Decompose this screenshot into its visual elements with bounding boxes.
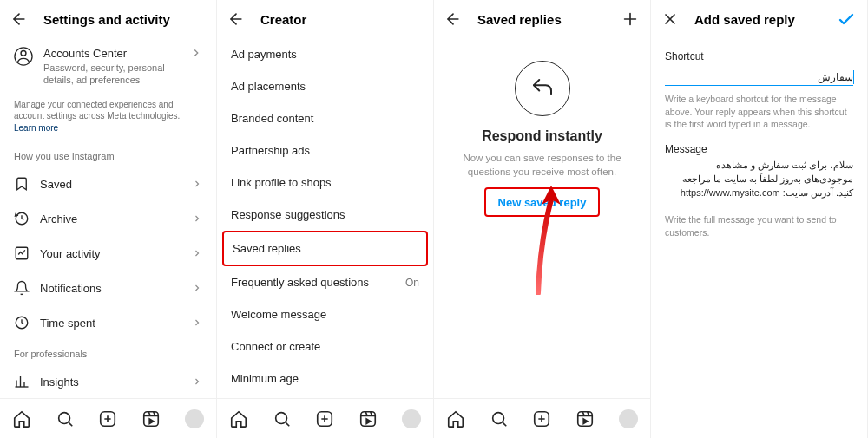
- shortcut-label: Shortcut: [651, 38, 867, 62]
- panel-creator: Creator Ad payments Ad placements Brande…: [217, 0, 434, 438]
- reels-icon[interactable]: [575, 409, 595, 428]
- row-saved[interactable]: Saved: [0, 167, 216, 201]
- row-branded-content[interactable]: Branded content: [217, 102, 433, 134]
- section-professionals: For professionals: [0, 340, 216, 364]
- archive-icon: [14, 211, 30, 226]
- row-ad-payments[interactable]: Ad payments: [217, 38, 433, 70]
- new-saved-reply-link[interactable]: New saved reply: [498, 196, 587, 209]
- reply-circle-icon: [515, 61, 570, 116]
- chevron-right-icon: [192, 179, 202, 189]
- chevron-right-icon: [192, 248, 202, 258]
- activity-icon: [14, 245, 30, 261]
- svg-point-13: [492, 412, 503, 423]
- message-label: Message: [651, 140, 867, 155]
- close-icon[interactable]: [661, 10, 679, 28]
- section-how-you-use: How you use Instagram: [0, 142, 216, 167]
- header-title: Settings and activity: [43, 12, 170, 27]
- back-icon[interactable]: [227, 10, 245, 28]
- header: Creator: [217, 0, 433, 38]
- row-insights[interactable]: Insights: [0, 364, 216, 399]
- panel-saved-replies: Saved replies Respond instantly Now you …: [434, 0, 651, 438]
- row-faq[interactable]: Frequently asked questionsOn: [217, 266, 433, 298]
- row-time-spent[interactable]: Time spent: [0, 305, 216, 340]
- respond-instantly-sub: Now you can save responses to the questi…: [434, 151, 650, 179]
- bookmark-icon: [14, 176, 30, 192]
- accounts-center-text: Accounts Center Password, security, pers…: [43, 47, 180, 87]
- content: Accounts Center Password, security, pers…: [0, 38, 216, 438]
- row-welcome-message[interactable]: Welcome message: [217, 298, 433, 330]
- row-notifications[interactable]: Notifications: [0, 271, 216, 305]
- home-icon[interactable]: [229, 409, 248, 428]
- header-title: Saved replies: [477, 12, 562, 27]
- svg-point-7: [58, 412, 69, 423]
- check-icon[interactable]: [836, 9, 857, 29]
- home-icon[interactable]: [446, 409, 465, 428]
- avatar[interactable]: [402, 409, 421, 428]
- bottom-nav: [217, 398, 433, 438]
- content: Shortcut سفارش Write a keyboard shortcut…: [651, 38, 867, 438]
- row-minimum-age[interactable]: Minimum age: [217, 363, 433, 395]
- bell-icon: [14, 280, 30, 296]
- create-icon[interactable]: [315, 409, 334, 428]
- meta-text: Manage your connected experiences and ac…: [0, 95, 216, 143]
- shortcut-helper: Write a keyboard shortcut for the messag…: [651, 88, 867, 140]
- row-link-profile[interactable]: Link profile to shops: [217, 167, 433, 199]
- header-title: Creator: [260, 12, 306, 27]
- clock-icon: [14, 315, 30, 330]
- content: Respond instantly Now you can save respo…: [434, 38, 650, 438]
- message-helper: Write the full message you want to send …: [651, 208, 867, 247]
- new-saved-reply-highlight: New saved reply: [484, 187, 601, 217]
- row-saved-replies[interactable]: Saved replies: [222, 231, 428, 266]
- svg-point-0: [21, 50, 26, 56]
- row-ad-placements[interactable]: Ad placements: [217, 70, 433, 102]
- row-partnership-ads[interactable]: Partnership ads: [217, 134, 433, 167]
- respond-instantly-title: Respond instantly: [482, 128, 602, 144]
- header-title: Add saved reply: [694, 12, 795, 27]
- svg-rect-9: [144, 411, 159, 426]
- create-icon[interactable]: [532, 409, 551, 428]
- content: Ad payments Ad placements Branded conten…: [217, 38, 433, 438]
- row-response-suggestions[interactable]: Response suggestions: [217, 199, 433, 231]
- reels-icon[interactable]: [141, 409, 161, 428]
- panel-add-saved-reply: Add saved reply Shortcut سفارش Write a k…: [651, 0, 868, 438]
- bottom-nav: [0, 398, 216, 438]
- svg-rect-15: [578, 411, 593, 426]
- accounts-center-sub: Password, security, personal details, ad…: [43, 62, 180, 87]
- learn-more-link[interactable]: Learn more: [14, 123, 58, 133]
- accounts-center-title: Accounts Center: [43, 47, 180, 60]
- chevron-right-icon: [192, 283, 202, 293]
- avatar[interactable]: [619, 409, 638, 428]
- shortcut-input[interactable]: سفارش: [665, 71, 853, 86]
- bottom-nav: [434, 398, 650, 438]
- search-icon[interactable]: [273, 409, 292, 428]
- back-icon[interactable]: [10, 10, 28, 28]
- chevron-right-icon: [192, 317, 202, 328]
- avatar[interactable]: [185, 409, 204, 428]
- insights-icon: [14, 374, 30, 389]
- header: Settings and activity: [0, 0, 216, 38]
- row-archive[interactable]: Archive: [0, 201, 216, 236]
- header: Saved replies: [434, 0, 650, 38]
- home-icon[interactable]: [12, 409, 31, 428]
- back-icon[interactable]: [444, 10, 462, 28]
- add-icon[interactable]: [621, 10, 640, 29]
- chevron-right-icon: [190, 47, 202, 59]
- search-icon[interactable]: [490, 409, 509, 428]
- search-icon[interactable]: [56, 409, 75, 428]
- row-connect-create[interactable]: Connect or create: [217, 330, 433, 363]
- chevron-right-icon: [192, 376, 202, 387]
- chevron-right-icon: [192, 213, 202, 224]
- accounts-center-row[interactable]: Accounts Center Password, security, pers…: [0, 38, 216, 95]
- reels-icon[interactable]: [358, 409, 378, 428]
- row-your-activity[interactable]: Your activity: [0, 236, 216, 271]
- create-icon[interactable]: [98, 409, 117, 428]
- accounts-center-icon: [14, 47, 33, 66]
- panel-settings: Settings and activity Accounts Center Pa…: [0, 0, 217, 438]
- header: Add saved reply: [651, 0, 867, 38]
- message-input[interactable]: سلام، برای ثبت سفارش و مشاهده موجودی‌های…: [651, 155, 867, 200]
- svg-rect-12: [361, 411, 376, 426]
- svg-point-10: [275, 412, 286, 423]
